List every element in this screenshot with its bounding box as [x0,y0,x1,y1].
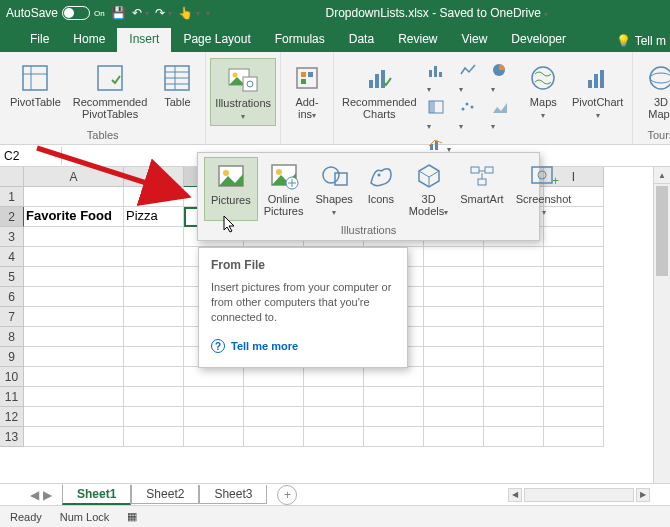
pictures-button[interactable]: Pictures [204,157,258,221]
cell-b8[interactable] [124,327,184,347]
cell-b10[interactable] [124,367,184,387]
cell-i3[interactable] [544,227,604,247]
cell-i13[interactable] [544,427,604,447]
scroll-up-icon[interactable]: ▲ [654,167,670,184]
cell-i12[interactable] [544,407,604,427]
cell-c10[interactable] [184,367,244,387]
cell-e11[interactable] [304,387,364,407]
cell-a11[interactable] [24,387,124,407]
cell-g5[interactable] [424,267,484,287]
row-header-12[interactable]: 12 [0,407,24,427]
tab-review[interactable]: Review [386,28,449,52]
recommended-charts-button[interactable]: Recommended Charts [340,58,419,122]
cell-a3[interactable] [24,227,124,247]
tooltip-tell-me-more-link[interactable]: ? Tell me more [211,339,395,353]
cell-h6[interactable] [484,287,544,307]
sheet-nav-next-icon[interactable]: ▶ [43,488,52,502]
hscroll-track[interactable] [524,488,634,502]
cell-c13[interactable] [184,427,244,447]
row-header-2[interactable]: 2 [0,207,24,227]
cell-h8[interactable] [484,327,544,347]
cell-i8[interactable] [544,327,604,347]
table-button[interactable]: Table [155,58,199,110]
cell-h10[interactable] [484,367,544,387]
undo-icon[interactable]: ↶▾ [132,6,149,20]
cell-a6[interactable] [24,287,124,307]
tab-page-layout[interactable]: Page Layout [171,28,262,52]
cell-i9[interactable] [544,347,604,367]
cell-h12[interactable] [484,407,544,427]
row-header-3[interactable]: 3 [0,227,24,247]
row-header-7[interactable]: 7 [0,307,24,327]
cell-g11[interactable] [424,387,484,407]
addins-button[interactable]: Add- ins▾ [285,58,329,124]
cell-f11[interactable] [364,387,424,407]
cell-g9[interactable] [424,347,484,367]
cell-a13[interactable] [24,427,124,447]
shapes-button[interactable]: Shapes▾ [310,157,359,221]
row-header-13[interactable]: 13 [0,427,24,447]
3d-map-button[interactable]: 3D Map▾ [639,58,670,124]
cell-i6[interactable] [544,287,604,307]
cell-h4[interactable] [484,247,544,267]
smartart-button[interactable]: SmartArt [454,157,509,221]
column-header-b[interactable]: B [124,167,184,187]
scroll-thumb[interactable] [656,186,668,276]
cell-d12[interactable] [244,407,304,427]
tab-insert[interactable]: Insert [117,28,171,52]
row-header-10[interactable]: 10 [0,367,24,387]
cell-d13[interactable] [244,427,304,447]
pie-chart-icon[interactable]: ▾ [487,60,517,97]
scroll-right-icon[interactable]: ▶ [636,488,650,502]
cell-f10[interactable] [364,367,424,387]
horizontal-scrollbar[interactable]: ◀ ▶ [508,488,670,502]
pivottable-button[interactable]: PivotTable [6,58,65,110]
bar-chart-icon[interactable]: ▾ [423,60,453,97]
cell-a9[interactable] [24,347,124,367]
cell-g6[interactable] [424,287,484,307]
cell-b2[interactable]: Pizza [124,207,184,227]
row-header-5[interactable]: 5 [0,267,24,287]
tell-me[interactable]: 💡 Tell m [616,34,670,52]
cell-g12[interactable] [424,407,484,427]
3d-models-button[interactable]: 3D Models▾ [403,157,454,221]
row-header-9[interactable]: 9 [0,347,24,367]
cell-a12[interactable] [24,407,124,427]
cell-a7[interactable] [24,307,124,327]
cell-a10[interactable] [24,367,124,387]
add-sheet-button[interactable]: + [277,485,297,505]
cell-g4[interactable] [424,247,484,267]
cell-a1[interactable] [24,187,124,207]
vertical-scrollbar[interactable]: ▲ [653,167,670,483]
save-icon[interactable]: 💾 [111,6,126,20]
cell-h7[interactable] [484,307,544,327]
cell-b12[interactable] [124,407,184,427]
sheet-tab-sheet2[interactable]: Sheet2 [131,485,199,504]
tab-view[interactable]: View [450,28,500,52]
cell-c12[interactable] [184,407,244,427]
row-header-8[interactable]: 8 [0,327,24,347]
cell-h5[interactable] [484,267,544,287]
cell-b5[interactable] [124,267,184,287]
cell-b7[interactable] [124,307,184,327]
cell-i4[interactable] [544,247,604,267]
scatter-chart-icon[interactable]: ▾ [455,97,485,134]
cell-f13[interactable] [364,427,424,447]
cell-e13[interactable] [304,427,364,447]
macro-record-icon[interactable]: ▦ [127,510,137,523]
maps-button[interactable]: Maps▾ [521,58,565,124]
online-pictures-button[interactable]: Online Pictures [258,157,310,221]
cell-h13[interactable] [484,427,544,447]
screenshot-button[interactable]: + Screenshot▾ [510,157,578,221]
scroll-left-icon[interactable]: ◀ [508,488,522,502]
cell-e10[interactable] [304,367,364,387]
cell-i11[interactable] [544,387,604,407]
tab-formulas[interactable]: Formulas [263,28,337,52]
cell-b9[interactable] [124,347,184,367]
row-header-11[interactable]: 11 [0,387,24,407]
cell-h11[interactable] [484,387,544,407]
illustrations-button[interactable]: Illustrations▾ [210,58,276,126]
cell-g10[interactable] [424,367,484,387]
cell-a5[interactable] [24,267,124,287]
cell-a8[interactable] [24,327,124,347]
